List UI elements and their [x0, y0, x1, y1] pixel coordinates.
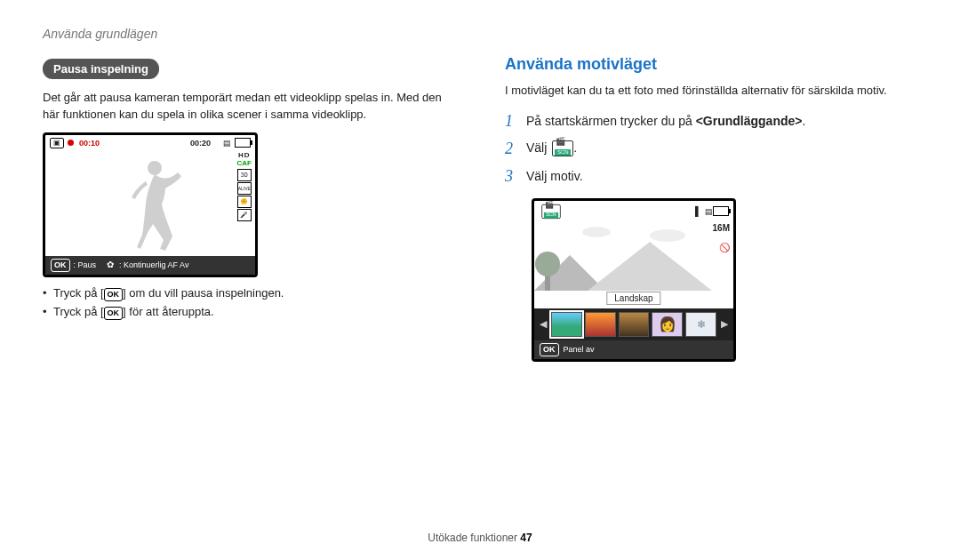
scene-thumb-sunset[interactable] — [585, 312, 616, 337]
battery-icon — [235, 138, 251, 148]
mic-icon: 🎤 — [237, 209, 252, 221]
scroll-right-icon[interactable]: ▶ — [719, 318, 730, 330]
hd-icon: HD — [237, 151, 252, 160]
step-number: 1 — [505, 112, 517, 131]
ok-icon: OK — [51, 259, 70, 272]
scroll-left-icon[interactable]: ◀ — [538, 318, 548, 330]
ok-icon: OK — [104, 288, 124, 301]
breadcrumb: Använda grundlägen — [43, 27, 917, 41]
flash-off-icon: 🚫 — [719, 243, 730, 252]
pausa-inspelning-pill: Pausa inspelning — [43, 59, 159, 79]
scene-mode-icon: 🎬SCN — [552, 140, 573, 156]
rec-indicator — [68, 139, 76, 148]
svg-point-5 — [650, 229, 685, 242]
step-number: 2 — [505, 140, 517, 158]
svg-point-3 — [535, 252, 560, 276]
macro-icon — [107, 260, 116, 269]
step-2: 2 Välj 🎬SCN. — [505, 140, 917, 158]
scene-thumb-dawn[interactable] — [619, 312, 650, 337]
scene-mode-icon: 🎬SCN — [541, 204, 561, 219]
left-paragraph: Det går att pausa kameran temporärt meda… — [43, 90, 455, 124]
bullet-pause: Tryck på [OK] om du vill pausa inspelnin… — [43, 286, 455, 301]
sd-icon: ▤ — [223, 139, 231, 148]
svg-point-4 — [582, 227, 611, 237]
scene-thumb-landscape[interactable] — [551, 312, 582, 337]
right-column: Använda motivläget I motivläget kan du t… — [505, 59, 917, 362]
caf-indicator: CAF — [237, 159, 252, 168]
page-footer: Utökade funktioner 47 — [0, 532, 960, 544]
pause-hint: : Paus — [74, 260, 97, 269]
rec-total-time: 00:20 — [190, 139, 211, 148]
camera-screenshot-recording: ▣ 00:10 00:20 ▤ HD CAF 30 ALIVE ✊ — [43, 132, 258, 277]
fps-icon: 30 — [237, 169, 252, 181]
scene-label: Landskap — [606, 292, 660, 305]
grundlaggande-bold: <Grundläggande> — [696, 114, 803, 128]
svg-point-0 — [148, 161, 162, 175]
megapixel-indicator: 16M — [713, 223, 730, 233]
step-number: 3 — [505, 167, 517, 186]
left-column: Pausa inspelning Det går att pausa kamer… — [43, 59, 455, 362]
page-number: 47 — [520, 532, 532, 544]
camera-screenshot-scene: 🎬SCN ▌ ▤ 16M 🚫 — [532, 198, 736, 362]
battery-icon — [713, 206, 729, 216]
sd-icon: ▤ — [705, 207, 713, 216]
mode-icon: ▣ — [50, 138, 64, 148]
step-3: 3 Välj motiv. — [505, 167, 917, 186]
section-heading-motivlaget: Använda motivläget — [505, 55, 917, 74]
right-paragraph: I motivläget kan du ta ett foto med föri… — [505, 83, 917, 100]
ok-icon: OK — [540, 343, 559, 356]
scene-thumbnail-strip: ◀ 👩 ❄ ▶ — [534, 308, 733, 340]
scene-thumb-snow[interactable]: ❄ — [685, 312, 716, 337]
step-1: 1 På startskärmen trycker du på <Grundlä… — [505, 112, 917, 131]
ok-icon: OK — [104, 307, 124, 320]
scene-thumb-portrait[interactable]: 👩 — [652, 312, 683, 337]
skater-silhouette — [110, 155, 190, 256]
single-shot-icon: ▌ — [695, 206, 701, 216]
alive-icon: ALIVE — [237, 182, 252, 195]
af-hint: : Kontinuerlig AF Av — [119, 260, 188, 269]
stabilizer-icon: ✊ — [237, 196, 252, 208]
bullet-resume: Tryck på [OK] för att återuppta. — [43, 305, 455, 320]
panel-av-hint: Panel av — [564, 345, 595, 354]
rec-elapsed-time: 00:10 — [79, 139, 100, 148]
